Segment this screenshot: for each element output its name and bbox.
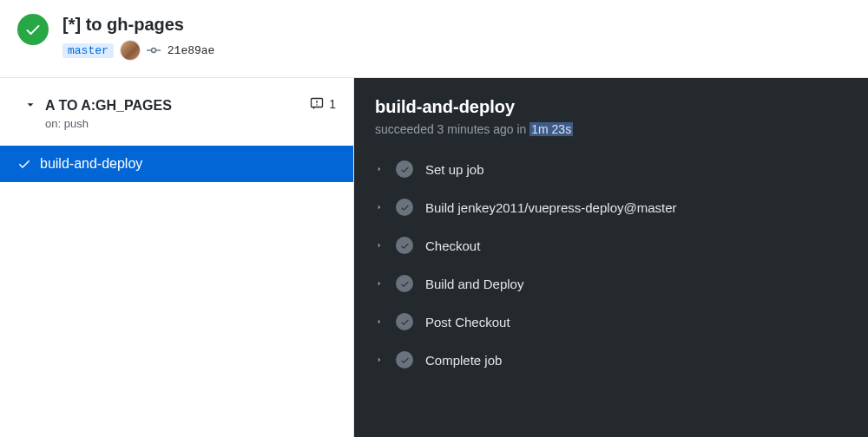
step-name: Checkout: [425, 238, 480, 253]
job-subtitle: succeeded 3 minutes ago in 1m 23s: [375, 122, 847, 136]
step-row[interactable]: Post Checkout: [375, 313, 847, 330]
step-row[interactable]: Complete job: [375, 351, 847, 369]
step-row[interactable]: Build jenkey2011/vuepress-deploy@master: [375, 199, 847, 216]
sidebar-job-build-and-deploy[interactable]: build-and-deploy: [0, 146, 353, 182]
step-status-success-icon: [396, 351, 413, 369]
step-row[interactable]: Checkout: [375, 237, 847, 254]
annotation-count-number: 1: [329, 97, 336, 111]
run-title: [*] to gh-pages: [62, 14, 214, 36]
step-status-success-icon: [396, 237, 413, 254]
workflow-header[interactable]: A TO A:GH_PAGES on: push 1: [0, 78, 353, 146]
chevron-right-icon: [375, 165, 384, 173]
job-panel: build-and-deploy succeeded 3 minutes ago…: [354, 78, 868, 437]
chevron-right-icon: [375, 279, 384, 288]
sidebar: A TO A:GH_PAGES on: push 1 build-and-dep…: [0, 78, 354, 437]
chevron-down-icon: [24, 99, 36, 114]
step-name: Set up job: [425, 162, 484, 177]
job-status-text: succeeded 3 minutes ago in: [375, 122, 529, 136]
sidebar-job-label: build-and-deploy: [40, 156, 142, 172]
step-row[interactable]: Set up job: [375, 160, 847, 178]
chevron-right-icon: [375, 203, 384, 212]
svg-point-5: [317, 104, 318, 105]
job-title: build-and-deploy: [375, 97, 847, 117]
run-header: [*] to gh-pages master 21e89ae: [0, 0, 868, 78]
workflow-trigger: on: push: [45, 117, 172, 130]
step-name: Build and Deploy: [425, 277, 523, 291]
step-status-success-icon: [396, 313, 413, 330]
commit-sha[interactable]: 21e89ae: [168, 44, 215, 57]
status-success-icon: [17, 14, 49, 45]
job-duration: 1m 23s: [529, 122, 573, 136]
step-status-success-icon: [396, 199, 413, 216]
chevron-right-icon: [375, 241, 384, 250]
step-name: Build jenkey2011/vuepress-deploy@master: [425, 200, 677, 215]
step-row[interactable]: Build and Deploy: [375, 275, 847, 292]
chevron-right-icon: [375, 317, 384, 326]
branch-badge[interactable]: master: [62, 43, 114, 58]
chevron-right-icon: [375, 355, 384, 364]
commit-icon: [147, 43, 161, 57]
step-status-success-icon: [396, 160, 413, 178]
workflow-name: A TO A:GH_PAGES: [45, 97, 172, 115]
step-name: Post Checkout: [425, 315, 510, 329]
annotation-count[interactable]: 1: [310, 97, 336, 111]
avatar[interactable]: [121, 41, 140, 60]
step-name: Complete job: [425, 353, 502, 368]
step-status-success-icon: [396, 275, 413, 292]
svg-point-0: [151, 49, 155, 53]
